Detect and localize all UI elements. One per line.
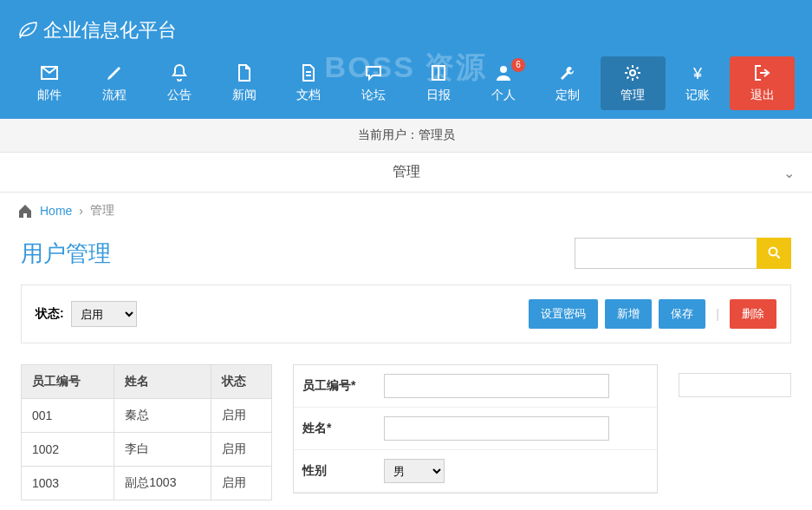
side-box: [679, 373, 791, 397]
col-name: 姓名: [114, 365, 211, 399]
bell-icon: [170, 63, 189, 82]
nav-label: 新闻: [215, 88, 273, 103]
nav-label: 个人: [474, 88, 532, 103]
nav-label: 文档: [280, 88, 338, 103]
toolbar: 状态: 启用 设置密码 新增 保存 | 删除: [21, 284, 791, 343]
nav-label: 论坛: [345, 88, 403, 103]
user-icon: [494, 63, 513, 82]
nav-file[interactable]: 新闻: [211, 56, 276, 110]
section-bar[interactable]: 管理 ⌄: [0, 153, 812, 193]
pencil-icon: [105, 63, 124, 82]
emp-id-label: 员工编号*: [294, 368, 375, 404]
gender-select[interactable]: 男: [384, 459, 445, 483]
nav-yen[interactable]: ¥记账: [666, 56, 731, 110]
nav-book[interactable]: 日报: [406, 56, 471, 110]
col-id: 员工编号: [22, 365, 114, 399]
col-status: 状态: [211, 365, 271, 399]
nav-exit[interactable]: 退出: [730, 56, 795, 110]
brand-text: 企业信息化平台: [43, 17, 177, 43]
book-icon: [429, 63, 448, 82]
nav-wrench[interactable]: 定制: [536, 56, 601, 110]
current-user-bar: 当前用户：管理员: [0, 119, 812, 153]
employee-table: 员工编号 姓名 状态 001秦总启用1002李白启用1003副总1003启用: [21, 364, 272, 500]
nav-doc[interactable]: 文档: [276, 56, 341, 110]
save-button[interactable]: 保存: [659, 299, 705, 329]
name-label: 姓名*: [294, 410, 375, 447]
search-group: [575, 238, 791, 269]
exit-icon: [753, 63, 772, 82]
nav-label: 公告: [151, 88, 209, 103]
nav-label: 日报: [410, 88, 468, 103]
nav-label: 管理: [604, 88, 662, 103]
svg-line-4: [776, 255, 780, 258]
search-button[interactable]: [757, 238, 791, 269]
table-row[interactable]: 001秦总启用: [22, 399, 272, 433]
nav-label: 定制: [539, 88, 597, 103]
mail-icon: [40, 63, 59, 82]
svg-point-3: [770, 247, 777, 255]
name-input[interactable]: [384, 416, 609, 441]
chevron-down-icon: ⌄: [783, 165, 795, 181]
svg-point-1: [630, 70, 635, 75]
nav-bell[interactable]: 公告: [147, 56, 212, 110]
yen-icon: ¥: [688, 63, 707, 82]
nav-label: 记账: [669, 88, 727, 103]
status-select[interactable]: 启用: [71, 301, 137, 327]
main-nav: 邮件流程公告新闻文档论坛日报6个人定制管理¥记账退出: [17, 56, 795, 119]
svg-text:¥: ¥: [692, 65, 703, 82]
page-title: 用户管理: [21, 239, 111, 269]
leaf-icon: [17, 20, 38, 41]
nav-pencil[interactable]: 流程: [82, 56, 147, 110]
nav-label: 流程: [86, 88, 144, 103]
table-row[interactable]: 1002李白启用: [22, 433, 272, 467]
table-row[interactable]: 1003副总1003启用: [22, 467, 272, 500]
breadcrumb-home[interactable]: Home: [40, 204, 72, 218]
brand: 企业信息化平台: [17, 9, 795, 56]
delete-button[interactable]: 删除: [730, 299, 776, 329]
gears-icon: [623, 63, 642, 82]
wrench-icon: [558, 63, 577, 82]
file-icon: [235, 63, 254, 82]
breadcrumb: Home › 管理: [0, 193, 812, 229]
doc-icon: [299, 63, 318, 82]
svg-point-0: [500, 66, 507, 73]
emp-id-input[interactable]: [384, 374, 609, 398]
nav-chat[interactable]: 论坛: [341, 56, 406, 110]
nav-label: 退出: [733, 88, 791, 103]
status-label: 状态:: [36, 306, 64, 322]
nav-mail[interactable]: 邮件: [17, 56, 82, 110]
nav-gears[interactable]: 管理: [601, 56, 666, 110]
breadcrumb-current: 管理: [90, 203, 114, 219]
detail-form: 员工编号* 姓名* 性别 男: [293, 364, 658, 494]
search-icon: [768, 246, 780, 258]
chat-icon: [364, 63, 383, 82]
home-icon: [17, 203, 33, 219]
set-password-button[interactable]: 设置密码: [529, 299, 598, 329]
add-button[interactable]: 新增: [605, 299, 652, 329]
nav-user[interactable]: 6个人: [471, 56, 536, 110]
gender-label: 性别: [294, 453, 375, 489]
badge: 6: [511, 58, 525, 72]
search-input[interactable]: [575, 238, 757, 269]
nav-label: 邮件: [21, 88, 79, 103]
